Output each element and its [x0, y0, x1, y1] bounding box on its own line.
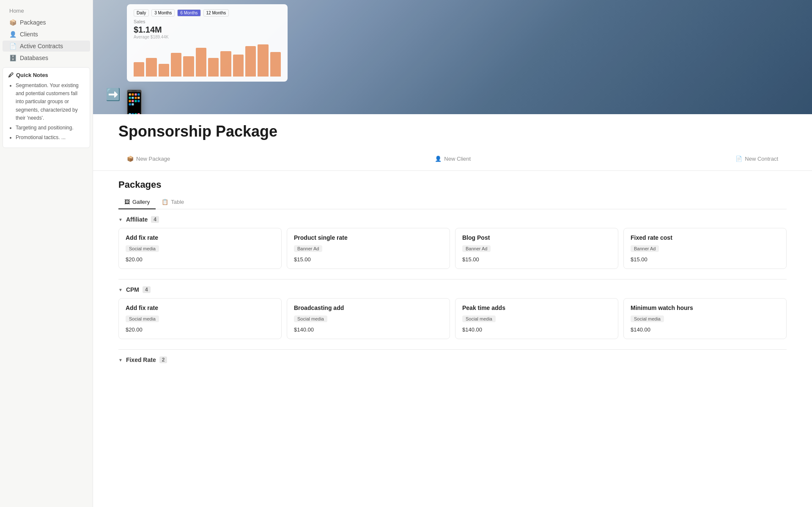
bar	[258, 44, 268, 77]
card-peak-time-adds[interactable]: Peak time adds Social media $140.00	[455, 298, 618, 339]
view-tabs: 🖼 Gallery 📋 Table	[118, 195, 787, 209]
tab-gallery[interactable]: 🖼 Gallery	[118, 195, 156, 209]
chart-tab-3months[interactable]: 3 Months	[151, 9, 175, 16]
card-price: $20.00	[126, 326, 274, 333]
sidebar-home[interactable]: Home	[0, 5, 93, 16]
quick-notes-section: 🖊 Quick Notes Segmentation. Your existin…	[3, 67, 90, 148]
card-title: Add fix rate	[126, 234, 274, 241]
card-tag: Banner Ad	[462, 245, 491, 252]
packages-icon: 📦	[9, 19, 16, 26]
category-fixed-rate-count: 2	[159, 356, 167, 363]
bar	[196, 48, 206, 77]
category-cpm: ▼ CPM 4 Add fix rate Social media $20.00…	[118, 286, 787, 339]
divider	[118, 349, 787, 350]
chart-bars	[134, 43, 281, 77]
page-header: Sponsorship Package	[93, 114, 812, 140]
sidebar-item-clients[interactable]: 👤 Clients	[3, 29, 90, 40]
card-tag: Banner Ad	[294, 245, 322, 252]
hero-chart-card: Daily 3 Months 6 Months 12 Months Sales …	[127, 4, 288, 82]
card-title: Minimum watch hours	[631, 304, 779, 311]
chart-tab-daily[interactable]: Daily	[134, 9, 149, 16]
bar	[183, 56, 194, 77]
card-price: $15.00	[294, 256, 443, 263]
card-title: Broadcasting add	[294, 304, 443, 311]
card-price: $140.00	[294, 326, 443, 333]
quick-notes-icon: 🖊	[8, 72, 14, 78]
packages-section: Packages 🖼 Gallery 📋 Table ▼ Affiliate 4	[93, 171, 812, 382]
bar	[159, 64, 169, 77]
tab-table[interactable]: 📋 Table	[156, 195, 190, 209]
card-tag: Social media	[294, 315, 327, 322]
hero-banner: Daily 3 Months 6 Months 12 Months Sales …	[93, 0, 812, 114]
card-title: Blog Post	[462, 234, 611, 241]
quick-notes-list: Segmentation. Your existing and potentia…	[8, 82, 85, 142]
page-title: Sponsorship Package	[118, 123, 787, 140]
bar	[134, 62, 144, 77]
quick-notes-title: 🖊 Quick Notes	[8, 72, 85, 78]
card-tag: Banner Ad	[631, 245, 659, 252]
chart-tab-6months[interactable]: 6 Months	[177, 9, 200, 16]
bar	[171, 53, 181, 77]
cpm-cards-grid: Add fix rate Social media $20.00 Broadca…	[118, 298, 787, 339]
card-title: Product single rate	[294, 234, 443, 241]
card-price: $15.00	[631, 256, 779, 263]
bar	[233, 55, 244, 77]
bar	[220, 51, 231, 77]
card-tag: Social media	[631, 315, 664, 322]
sidebar-item-databases[interactable]: 🗄️ Databases	[3, 52, 90, 63]
phone-icon: 📱	[118, 88, 150, 114]
section-title: Packages	[118, 179, 787, 190]
card-product-single-rate[interactable]: Product single rate Banner Ad $15.00	[287, 228, 450, 269]
new-package-button[interactable]: 📦 New Package	[118, 152, 178, 165]
new-package-icon: 📦	[127, 156, 134, 162]
card-fixed-rate-cost[interactable]: Fixed rate cost Banner Ad $15.00	[623, 228, 787, 269]
new-client-icon: 👤	[435, 156, 442, 162]
contracts-icon: 📄	[9, 43, 16, 49]
chart-tab-12months[interactable]: 12 Months	[203, 9, 229, 16]
main-area: Daily 3 Months 6 Months 12 Months Sales …	[93, 0, 812, 507]
card-title: Peak time adds	[462, 304, 611, 311]
card-price: $140.00	[631, 326, 779, 333]
card-title: Add fix rate	[126, 304, 274, 311]
bar	[146, 58, 156, 77]
category-cpm-header[interactable]: ▼ CPM 4	[118, 286, 787, 293]
chart-value: $1.14M	[134, 25, 281, 35]
bar	[208, 58, 219, 77]
divider	[118, 279, 787, 280]
new-contract-icon: 📄	[735, 156, 742, 162]
quick-note-item: Segmentation. Your existing and potentia…	[16, 82, 85, 122]
bar	[245, 46, 256, 77]
sidebar-item-active-contracts[interactable]: 📄 Active Contracts	[3, 41, 90, 52]
card-price: $20.00	[126, 256, 274, 263]
category-affiliate-header[interactable]: ▼ Affiliate 4	[118, 216, 787, 223]
card-price: $15.00	[462, 256, 611, 263]
chevron-icon: ▼	[118, 217, 123, 222]
sidebar: Home 📦 Packages 👤 Clients 📄 Active Contr…	[0, 0, 93, 507]
category-affiliate-count: 4	[151, 216, 159, 223]
card-minimum-watch-hours[interactable]: Minimum watch hours Social media $140.00	[623, 298, 787, 339]
card-tag: Social media	[462, 315, 496, 322]
card-broadcasting-add[interactable]: Broadcasting add Social media $140.00	[287, 298, 450, 339]
chart-label: Sales	[134, 19, 281, 24]
category-affiliate: ▼ Affiliate 4 Add fix rate Social media …	[118, 216, 787, 269]
category-affiliate-label: Affiliate	[126, 216, 148, 223]
table-icon: 📋	[162, 199, 168, 205]
category-fixed-rate-label: Fixed Rate	[126, 356, 156, 363]
card-tag: Social media	[126, 315, 159, 322]
category-cpm-label: CPM	[126, 286, 139, 293]
category-fixed-rate: ▼ Fixed Rate 2	[118, 356, 787, 363]
new-client-button[interactable]: 👤 New Client	[426, 152, 479, 165]
action-buttons-row: 📦 New Package 👤 New Client 📄 New Contrac…	[93, 147, 812, 171]
new-contract-button[interactable]: 📄 New Contract	[727, 152, 787, 165]
card-title: Fixed rate cost	[631, 234, 779, 241]
affiliate-cards-grid: Add fix rate Social media $20.00 Product…	[118, 228, 787, 269]
card-blog-post[interactable]: Blog Post Banner Ad $15.00	[455, 228, 618, 269]
card-price: $140.00	[462, 326, 611, 333]
category-fixed-rate-header[interactable]: ▼ Fixed Rate 2	[118, 356, 787, 363]
card-add-fix-rate[interactable]: Add fix rate Social media $20.00	[118, 228, 282, 269]
chart-sub: Average $189.44K	[134, 35, 281, 39]
content-area: Sponsorship Package 📦 New Package 👤 New …	[93, 114, 812, 507]
sidebar-item-packages[interactable]: 📦 Packages	[3, 17, 90, 28]
card-cpm-add-fix-rate[interactable]: Add fix rate Social media $20.00	[118, 298, 282, 339]
bar	[270, 52, 281, 77]
